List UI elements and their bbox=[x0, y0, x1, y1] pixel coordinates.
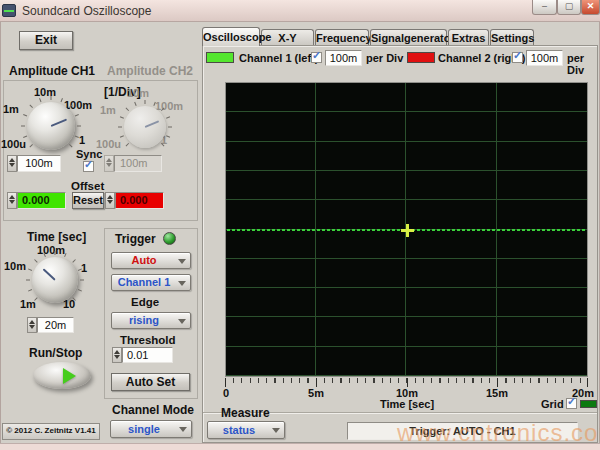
cursor-crosshair-icon[interactable] bbox=[406, 224, 409, 237]
knob-needle bbox=[145, 120, 160, 128]
dial-label: 10m bbox=[34, 86, 56, 98]
offset-ch1-spinner[interactable] bbox=[7, 192, 17, 209]
offset-label: Offset bbox=[71, 180, 104, 192]
threshold-label: Threshold bbox=[120, 334, 176, 346]
play-icon bbox=[63, 368, 76, 384]
channel-mode-dropdown[interactable]: single bbox=[110, 420, 192, 438]
trigger-edge-value: rising bbox=[112, 313, 190, 328]
amplitude-ch1-spinner[interactable] bbox=[7, 155, 17, 172]
exit-button[interactable]: Exit bbox=[19, 31, 73, 50]
time-spinner[interactable] bbox=[27, 317, 37, 333]
amplitude-ch1-value[interactable]: 100m bbox=[17, 155, 61, 172]
knob-tick bbox=[78, 289, 82, 291]
grid-checkbox[interactable]: ✓ bbox=[566, 398, 577, 409]
window-title: Soundcard Oszilloscope bbox=[22, 4, 151, 18]
offset-ch2-spinner[interactable] bbox=[105, 192, 115, 209]
trigger-title: Trigger bbox=[115, 232, 156, 246]
knob-tick bbox=[21, 126, 25, 127]
channel1-color-swatch bbox=[206, 52, 234, 63]
trigger-source-dropdown[interactable]: Channel 1 bbox=[111, 274, 191, 291]
amplitude-ch2-spinner bbox=[104, 155, 114, 172]
app-icon bbox=[2, 4, 16, 17]
dial-label: 100m bbox=[155, 100, 183, 112]
dial-label: 1m bbox=[100, 104, 116, 116]
channel2-color-swatch bbox=[407, 52, 435, 63]
dial-label: 10m bbox=[4, 260, 26, 272]
time-knob[interactable] bbox=[32, 257, 78, 303]
x-axis-ticks bbox=[225, 378, 588, 387]
measure-dropdown[interactable]: status bbox=[207, 421, 285, 439]
trigger-mode-dropdown[interactable]: Auto bbox=[111, 252, 191, 269]
trigger-led bbox=[163, 232, 176, 245]
dial-label: 100u bbox=[1, 138, 26, 150]
knob-tick bbox=[77, 126, 81, 127]
edge-label: Edge bbox=[131, 296, 159, 308]
amplitude-ch2-value: 100m bbox=[114, 155, 162, 172]
channel-mode-value: single bbox=[111, 421, 191, 437]
time-title: Time [sec] bbox=[27, 230, 86, 244]
grid-color-swatch[interactable] bbox=[580, 400, 597, 408]
auto-set-button[interactable]: Auto Set bbox=[111, 373, 190, 391]
amplitude-ch1-title: Amplitude CH1 bbox=[9, 64, 95, 78]
x-axis-title: Time [sec] bbox=[380, 398, 434, 410]
run-stop-label: Run/Stop bbox=[29, 346, 82, 360]
time-value[interactable]: 20m bbox=[37, 317, 74, 333]
x-tick-label: 15m bbox=[486, 387, 508, 399]
threshold-spinner[interactable] bbox=[112, 347, 122, 363]
channel2-scale-value[interactable]: 100m bbox=[526, 50, 563, 66]
knob-tick bbox=[145, 100, 146, 104]
grid-label: Grid bbox=[541, 398, 564, 410]
knob-tick bbox=[28, 268, 32, 270]
scope-display[interactable] bbox=[225, 82, 588, 377]
measure-label: Measure bbox=[221, 406, 270, 420]
trigger-edge-dropdown[interactable]: rising bbox=[111, 312, 191, 329]
offset-ch2-value[interactable]: 0.000 bbox=[115, 192, 164, 209]
knob-tick bbox=[26, 280, 30, 281]
amplitude-ch1-knob[interactable] bbox=[27, 102, 75, 150]
knob-tick bbox=[55, 251, 56, 255]
knob-needle bbox=[51, 119, 67, 127]
knob-tick bbox=[72, 259, 76, 263]
offset-reset-button[interactable]: Reset bbox=[72, 192, 104, 209]
trigger-mode-value: Auto bbox=[112, 253, 190, 268]
channel1-perdiv-label: per Div bbox=[366, 52, 403, 64]
x-tick-label: 5m bbox=[308, 387, 324, 399]
tab-signalgenerator[interactable]: Signalgenerator bbox=[370, 29, 447, 46]
channel2-perdiv-label: per Div bbox=[567, 52, 600, 76]
check-icon: ✓ bbox=[513, 49, 522, 62]
knob-tick bbox=[34, 259, 38, 263]
tab-extras[interactable]: Extras bbox=[448, 29, 489, 46]
knob-tick bbox=[64, 253, 66, 257]
app-window: Soundcard Oszilloscope – ▢ ✕ Exit Amplit… bbox=[0, 0, 600, 450]
channel2-enable-checkbox[interactable]: ✓ bbox=[512, 52, 523, 63]
amplitude-ch2-knob bbox=[124, 106, 166, 148]
minimize-button[interactable]: – bbox=[532, 0, 557, 15]
sync-checkbox[interactable]: ✓ bbox=[83, 161, 94, 172]
check-icon: ✓ bbox=[567, 395, 576, 408]
titlebar[interactable]: Soundcard Oszilloscope – ▢ ✕ bbox=[0, 0, 600, 22]
maximize-button[interactable]: ▢ bbox=[557, 0, 581, 15]
run-stop-button[interactable] bbox=[33, 362, 91, 389]
threshold-value[interactable]: 0.01 bbox=[122, 347, 173, 363]
offset-ch1-value[interactable]: 0.000 bbox=[17, 192, 66, 209]
trigger-source-value: Channel 1 bbox=[112, 275, 190, 290]
close-button[interactable]: ✕ bbox=[581, 0, 600, 15]
knob-tick bbox=[28, 289, 32, 291]
knob-tick bbox=[118, 127, 122, 128]
channel1-enable-checkbox[interactable]: ✓ bbox=[311, 52, 322, 63]
knob-tick bbox=[80, 280, 84, 281]
dial-label: 1 bbox=[79, 134, 85, 146]
tab-frequency[interactable]: Frequency bbox=[315, 29, 369, 46]
dial-label: 100m bbox=[37, 244, 65, 256]
status-field: Trigger: AUTO - CH1 bbox=[347, 422, 578, 440]
tab-oscilloscope[interactable]: Oscilloscope bbox=[202, 27, 260, 46]
channel1-scale-value[interactable]: 100m bbox=[325, 50, 362, 66]
tab-settings[interactable]: Settings bbox=[490, 29, 534, 46]
check-icon: ✓ bbox=[312, 49, 321, 62]
knob-tick bbox=[51, 96, 52, 100]
channel1-label: Channel 1 (left) bbox=[239, 52, 318, 64]
dial-label: 1 bbox=[81, 262, 87, 274]
amplitude-ch2-title: Amplitude CH2 bbox=[107, 64, 193, 78]
channel-mode-label: Channel Mode bbox=[112, 403, 194, 417]
check-icon: ✓ bbox=[84, 158, 93, 171]
